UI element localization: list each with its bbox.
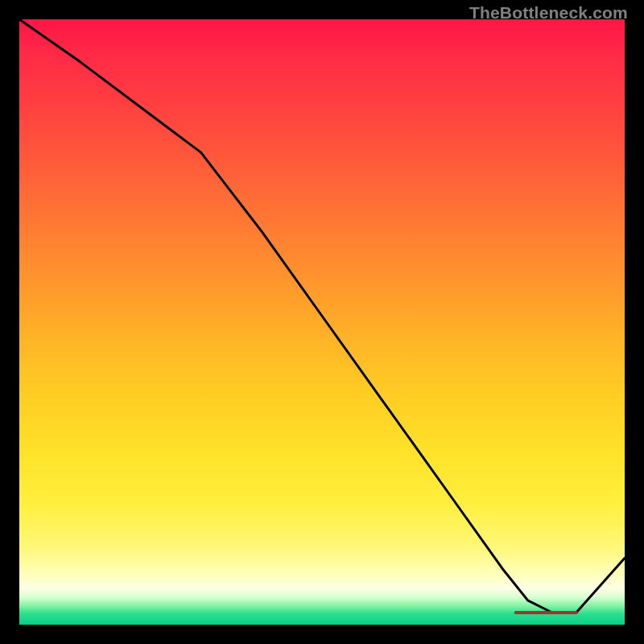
chart-frame: TheBottleneck.com xyxy=(0,0,644,644)
bottleneck-curve xyxy=(19,19,625,613)
chart-svg xyxy=(0,0,644,644)
